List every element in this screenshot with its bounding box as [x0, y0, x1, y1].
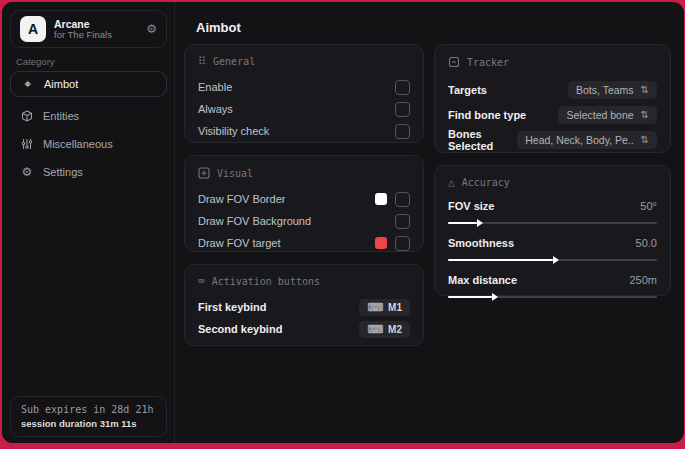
- max-distance-slider[interactable]: [448, 296, 657, 298]
- card-title-text: Accuracy: [462, 177, 510, 188]
- card-title-text: Visual: [217, 168, 253, 179]
- smoothness-slider[interactable]: [448, 259, 657, 261]
- slider-thumb[interactable]: [492, 293, 498, 301]
- brand-subtitle: for The Finals: [54, 30, 138, 41]
- setting-row-fov-border: Draw FOV Border: [198, 188, 410, 210]
- second-keybind-button[interactable]: ⌨ M2: [359, 321, 410, 338]
- triangle-icon: △: [448, 177, 455, 188]
- sidebar-item-label: Entities: [43, 110, 79, 122]
- find-bone-type-dropdown[interactable]: Selected bone ⇅: [558, 106, 657, 124]
- keybind-value: M2: [388, 324, 402, 335]
- setting-label: Smoothness: [448, 237, 514, 249]
- setting-label: Draw FOV target: [198, 237, 281, 249]
- fov-size-slider[interactable]: [448, 222, 657, 224]
- setting-label: Max distance: [448, 274, 517, 286]
- sidebar-item-label: Settings: [43, 166, 83, 178]
- category-label: Category: [16, 56, 55, 67]
- app-window: A Arcane for The Finals ⚙ Category ⌖ Aim…: [2, 2, 684, 443]
- setting-row-max-distance: Max distance 250m: [448, 271, 657, 298]
- card-general: ⠿ General Enable Always Visibility check: [184, 44, 424, 143]
- targets-dropdown[interactable]: Bots, Teams ⇅: [568, 81, 657, 99]
- gear-icon[interactable]: ⚙: [146, 22, 157, 36]
- setting-label: FOV size: [448, 200, 494, 212]
- setting-row-find-bone-type: Find bone type Selected bone ⇅: [448, 102, 657, 127]
- brand-name: Arcane: [54, 18, 138, 30]
- keyboard-icon: ⌨: [198, 276, 205, 287]
- setting-label: Visibility check: [198, 125, 269, 137]
- card-title-text: General: [213, 56, 255, 67]
- setting-row-always: Always: [198, 98, 410, 120]
- slider-value: 50.0: [636, 237, 657, 249]
- setting-label: Always: [198, 103, 233, 115]
- setting-row-enable: Enable: [198, 76, 410, 98]
- sidebar: A Arcane for The Finals ⚙ Category ⌖ Aim…: [2, 2, 175, 443]
- setting-label: Bones Selected: [448, 128, 517, 152]
- sub-expiry-text: Sub expires in 28d 21h: [21, 404, 156, 415]
- sidebar-item-label: Miscellaneous: [43, 138, 113, 150]
- visibility-check-checkbox[interactable]: [395, 124, 410, 139]
- setting-row-visibility-check: Visibility check: [198, 120, 410, 142]
- setting-label: Find bone type: [448, 109, 526, 121]
- sliders-icon: [20, 138, 34, 150]
- dropdown-value: Selected bone: [566, 109, 633, 121]
- setting-row-first-keybind: First keybind ⌨ M1: [198, 296, 410, 318]
- keyboard-icon: ⌨: [367, 324, 383, 335]
- fov-border-color-swatch[interactable]: [375, 193, 387, 205]
- chevrons-up-down-icon: ⇅: [641, 135, 649, 145]
- scan-icon: [448, 56, 460, 68]
- sidebar-item-aimbot[interactable]: ⌖ Aimbot: [10, 71, 167, 97]
- setting-row-bones-selected: Bones Selected Head, Neck, Body, Pe.. ⇅: [448, 127, 657, 152]
- setting-label: Second keybind: [198, 323, 282, 335]
- enable-checkbox[interactable]: [395, 80, 410, 95]
- brand-logo: A: [20, 16, 46, 42]
- chevrons-up-down-icon: ⇅: [641, 110, 649, 120]
- box-icon: [20, 110, 34, 122]
- sidebar-item-miscellaneous[interactable]: Miscellaneous: [10, 131, 167, 157]
- card-visual: Visual Draw FOV Border Draw FOV Backgrou…: [184, 155, 424, 252]
- card-tracker: Tracker Targets Bots, Teams ⇅ Find bone …: [434, 44, 671, 153]
- setting-row-smoothness: Smoothness 50.0: [448, 234, 657, 261]
- sidebar-item-settings[interactable]: ⚙ Settings: [10, 159, 167, 185]
- card-activation-buttons: ⌨ Activation buttons First keybind ⌨ M1 …: [184, 264, 424, 346]
- first-keybind-button[interactable]: ⌨ M1: [359, 299, 410, 316]
- slider-thumb[interactable]: [477, 219, 483, 227]
- card-title-text: Activation buttons: [212, 276, 320, 287]
- fov-background-checkbox[interactable]: [395, 214, 410, 229]
- slider-value: 250m: [629, 274, 657, 286]
- sidebar-item-entities[interactable]: Entities: [10, 103, 167, 129]
- keybind-value: M1: [388, 302, 402, 313]
- setting-row-fov-background: Draw FOV Background: [198, 210, 410, 232]
- fov-border-checkbox[interactable]: [395, 192, 410, 207]
- page-title: Aimbot: [196, 20, 241, 35]
- setting-row-fov-size: FOV size 50°: [448, 197, 657, 224]
- chevrons-up-down-icon: ⇅: [641, 85, 649, 95]
- always-checkbox[interactable]: [395, 102, 410, 117]
- setting-label: Enable: [198, 81, 232, 93]
- session-duration-text: session duration 31m 11s: [21, 418, 156, 429]
- eye-icon: [198, 167, 210, 179]
- setting-label: Targets: [448, 84, 487, 96]
- dropdown-value: Head, Neck, Body, Pe..: [525, 134, 633, 146]
- slider-value: 50°: [640, 200, 657, 212]
- brand-box: A Arcane for The Finals ⚙: [10, 10, 167, 48]
- setting-row-targets: Targets Bots, Teams ⇅: [448, 77, 657, 102]
- sidebar-item-label: Aimbot: [44, 78, 78, 90]
- fov-target-color-swatch[interactable]: [375, 237, 387, 249]
- card-title-text: Tracker: [467, 57, 509, 68]
- setting-row-fov-target: Draw FOV target: [198, 232, 410, 254]
- crosshair-icon: ⌖: [21, 77, 35, 91]
- slider-thumb[interactable]: [553, 256, 559, 264]
- setting-label: First keybind: [198, 301, 266, 313]
- setting-label: Draw FOV Background: [198, 215, 311, 227]
- gear-icon: ⚙: [20, 165, 34, 179]
- fov-target-checkbox[interactable]: [395, 236, 410, 251]
- bones-selected-dropdown[interactable]: Head, Neck, Body, Pe.. ⇅: [517, 131, 657, 149]
- dropdown-value: Bots, Teams: [576, 84, 634, 96]
- card-accuracy: △ Accuracy FOV size 50° Smoothness 50.0: [434, 165, 671, 296]
- keyboard-icon: ⌨: [367, 302, 383, 313]
- setting-row-second-keybind: Second keybind ⌨ M2: [198, 318, 410, 340]
- setting-label: Draw FOV Border: [198, 193, 285, 205]
- grid-icon: ⠿: [198, 56, 206, 67]
- subscription-info-box: Sub expires in 28d 21h session duration …: [10, 396, 167, 437]
